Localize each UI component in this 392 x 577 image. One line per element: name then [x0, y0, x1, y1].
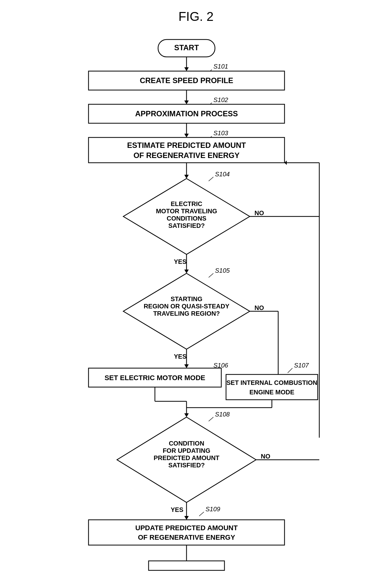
s102-text: APPROXIMATION PROCESS: [135, 109, 238, 118]
diagram-container: FIG. 2 START S101 CREATE SPEED PROFILE S…: [0, 0, 392, 577]
s104-text2: MOTOR TRAVELING: [156, 208, 217, 215]
s107-label: S107: [294, 362, 309, 369]
s107-text2: ENGINE MODE: [249, 389, 294, 396]
s105-no: NO: [254, 304, 264, 311]
s105-text3: TRAVELING REGION?: [153, 310, 220, 317]
svg-line-39: [209, 417, 213, 421]
s101-text: CREATE SPEED PROFILE: [140, 76, 233, 85]
s104-no: NO: [254, 210, 264, 216]
s104-text1: ELECTRIC: [171, 200, 202, 207]
svg-marker-6: [184, 100, 189, 104]
svg-marker-38: [184, 413, 189, 417]
svg-line-15: [209, 177, 213, 181]
svg-marker-2: [184, 67, 189, 71]
svg-rect-50: [149, 561, 224, 570]
fig-title: FIG. 2: [19, 9, 373, 24]
svg-line-21: [209, 273, 213, 277]
s103-text-line1: ESTIMATE PREDICTED AMOUNT: [127, 141, 246, 149]
s108-label: S108: [215, 411, 230, 418]
s105-text2: REGION OR QUASI-STEADY: [144, 303, 230, 310]
s105-yes: YES: [174, 353, 187, 360]
s108-text3: PREDICTED AMOUNT: [154, 454, 219, 461]
flowchart-svg: START S101 CREATE SPEED PROFILE S102 APP…: [54, 33, 338, 570]
s103-label: S103: [213, 130, 228, 137]
svg-line-41: [199, 512, 204, 516]
s107-text1: SET INTERNAL COMBUSTION: [226, 379, 317, 386]
s109-label: S109: [205, 506, 220, 513]
svg-marker-43: [184, 516, 189, 520]
s108-text2: FOR UPDATING: [163, 447, 211, 454]
s109-text2: OF REGENERATIVE ENERGY: [138, 533, 235, 541]
s108-text4: SATISFIED?: [168, 462, 205, 469]
svg-marker-10: [184, 134, 189, 137]
s104-text4: SATISFIED?: [168, 222, 205, 229]
svg-marker-18: [184, 270, 189, 273]
svg-marker-14: [184, 175, 189, 179]
s108-text1: CONDITION: [169, 440, 204, 447]
s105-label: S105: [215, 267, 230, 274]
s101-label: S101: [213, 63, 228, 70]
s106-label: S106: [213, 362, 229, 369]
s108-yes: YES: [171, 506, 183, 513]
svg-rect-32: [226, 374, 318, 400]
svg-marker-24: [184, 364, 189, 368]
s109-text1: UPDATE PREDICTED AMOUNT: [135, 524, 238, 532]
svg-rect-48: [89, 520, 285, 545]
s108-no: NO: [261, 453, 270, 460]
s105-text1: STARTING: [171, 295, 203, 302]
s104-label: S104: [215, 171, 230, 178]
flowchart: START S101 CREATE SPEED PROFILE S102 APP…: [19, 33, 373, 570]
s104-yes: YES: [174, 258, 187, 265]
start-label: START: [174, 43, 199, 52]
s106-text: SET ELECTRIC MOTOR MODE: [105, 374, 205, 382]
s104-text3: CONDITIONS: [167, 215, 206, 222]
s103-text-line2: OF REGENERATIVE ENERGY: [133, 151, 240, 160]
svg-line-31: [288, 368, 292, 373]
s102-label: S102: [213, 96, 228, 103]
